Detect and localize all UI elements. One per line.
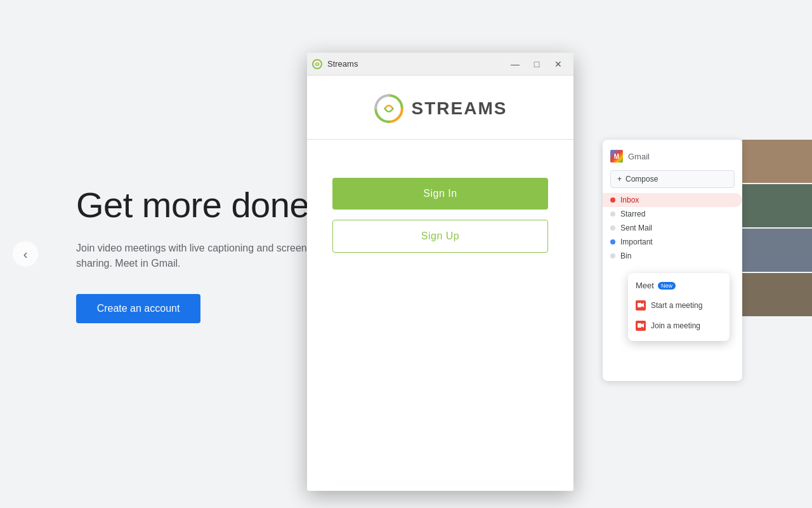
nav-label-sent: Sent Mail — [620, 224, 652, 232]
svg-rect-0 — [638, 303, 641, 307]
meet-popup: Meet New Start a meeting Join a meeting — [628, 273, 730, 341]
compose-button[interactable]: + Compose — [610, 170, 735, 188]
nav-label-inbox: Inbox — [620, 196, 639, 204]
title-bar-left: Streams — [312, 59, 358, 69]
join-meeting-action[interactable]: Join a meeting — [628, 316, 730, 336]
nav-label-bin: Bin — [620, 251, 631, 260]
streams-logo-text: STREAMS — [412, 98, 508, 119]
create-account-button[interactable]: Create an account — [76, 294, 200, 323]
nav-item-important[interactable]: Important — [603, 235, 742, 249]
window-title: Streams — [327, 59, 358, 69]
chevron-left-icon: ‹ — [23, 247, 28, 262]
svg-rect-2 — [638, 323, 641, 328]
streams-window-icon — [312, 59, 322, 69]
sent-dot — [610, 225, 615, 231]
inbox-dot — [610, 197, 615, 203]
starred-dot — [610, 211, 615, 217]
minimize-button[interactable]: — — [505, 55, 525, 73]
svg-marker-1 — [641, 303, 644, 307]
nav-label-starred: Starred — [620, 210, 645, 218]
sign-up-button[interactable]: Sign Up — [332, 220, 548, 253]
video-tile-2 — [742, 184, 812, 227]
gmail-mockup: M Gmail + Compose Inbox Starred Sent Mai… — [603, 140, 742, 381]
nav-item-starred[interactable]: Starred — [603, 207, 742, 221]
sign-in-button[interactable]: Sign In — [332, 178, 548, 210]
video-tile-3 — [742, 229, 812, 272]
join-icon — [636, 321, 646, 331]
join-meeting-label: Join a meeting — [651, 321, 700, 330]
streams-logo-icon — [374, 93, 404, 124]
compose-label: Compose — [625, 175, 658, 184]
left-arrow-button[interactable]: ‹ — [13, 241, 38, 267]
nav-label-important: Important — [620, 237, 653, 246]
nav-item-inbox[interactable]: Inbox — [603, 193, 742, 207]
gmail-label: Gmail — [628, 152, 650, 161]
window-content: STREAMS Sign In Sign Up — [307, 76, 573, 491]
compose-icon: + — [617, 175, 622, 184]
title-bar: Streams — □ ✕ — [307, 53, 573, 76]
gmail-header: M Gmail — [603, 147, 742, 168]
meet-new-badge: New — [658, 282, 676, 290]
video-tile-4 — [742, 273, 812, 316]
video-tiles-area — [742, 140, 812, 316]
bin-dot — [610, 253, 615, 258]
start-meeting-action[interactable]: Start a meeting — [628, 295, 730, 316]
svg-point-4 — [313, 60, 322, 69]
meet-popup-header: Meet New — [628, 281, 730, 295]
title-bar-controls: — □ ✕ — [505, 55, 568, 73]
subtext: Join video meetings with live captioning… — [76, 241, 343, 271]
svg-marker-3 — [641, 323, 644, 328]
streams-window: Streams — □ ✕ STREAMS Sign In — [307, 53, 573, 491]
logo-area: STREAMS — [307, 76, 573, 140]
close-button[interactable]: ✕ — [548, 55, 568, 73]
start-meeting-label: Start a meeting — [651, 301, 702, 310]
nav-item-bin[interactable]: Bin — [603, 249, 742, 263]
maximize-button[interactable]: □ — [527, 55, 547, 73]
important-dot — [610, 239, 615, 244]
video-icon — [636, 300, 646, 311]
nav-item-sent[interactable]: Sent Mail — [603, 221, 742, 235]
gmail-icon: M — [610, 150, 623, 163]
buttons-area: Sign In Sign Up — [307, 140, 573, 253]
video-tile-1 — [742, 140, 812, 183]
meet-header-label: Meet — [636, 281, 654, 290]
